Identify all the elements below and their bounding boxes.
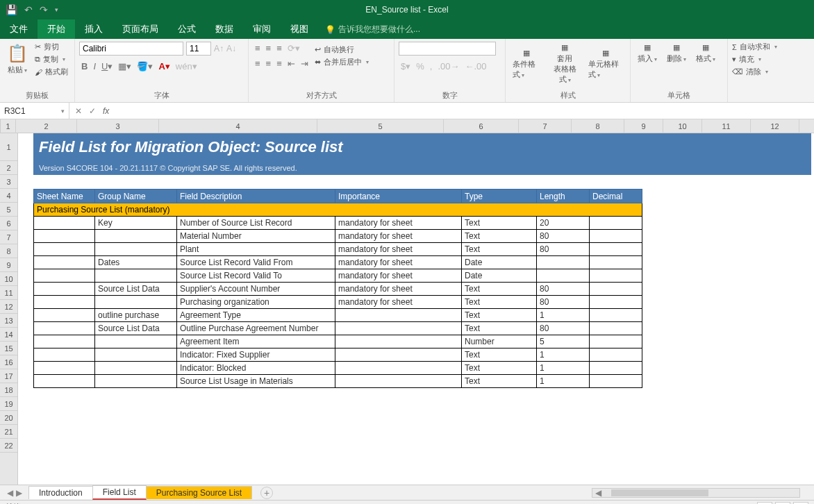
font-name-select[interactable] [79, 42, 183, 56]
table-cell[interactable] [95, 335, 177, 348]
table-cell[interactable]: Source List Usage in Materials [177, 375, 335, 388]
tab-home[interactable]: 开始 [38, 19, 75, 39]
decrease-decimal-icon[interactable]: ←.00 [463, 60, 489, 73]
table-cell[interactable]: mandatory for sheet [335, 283, 462, 296]
col-header[interactable]: 10 [663, 119, 702, 133]
format-painter-button[interactable]: 🖌格式刷 [35, 67, 68, 77]
col-header[interactable]: 9 [624, 119, 663, 133]
undo-icon[interactable]: ↶ [24, 4, 33, 15]
italic-button[interactable]: I [91, 60, 98, 73]
increase-font-icon[interactable]: A↑ [214, 44, 224, 53]
table-cell[interactable]: Dates [95, 256, 177, 269]
clear-button[interactable]: ⌫清除 [732, 67, 800, 77]
table-cell[interactable] [34, 230, 95, 243]
table-cell[interactable]: Text [462, 283, 537, 296]
tab-data[interactable]: 数据 [206, 19, 243, 39]
table-cell[interactable]: Plant [177, 243, 335, 256]
tell-me-search[interactable]: 💡 告诉我您想要做什么... [318, 20, 427, 39]
row-header[interactable]: 3 [0, 175, 17, 189]
font-size-select[interactable] [186, 42, 211, 56]
table-cell[interactable] [34, 256, 95, 269]
row-header[interactable]: 2 [0, 161, 17, 175]
col-header[interactable]: 3 [77, 119, 159, 133]
table-cell[interactable]: mandatory for sheet [335, 243, 462, 256]
table-cell[interactable]: Agreement Item [177, 335, 335, 348]
table-cell[interactable]: Material Number [177, 230, 335, 243]
table-cell[interactable] [34, 283, 95, 296]
col-header[interactable]: 7 [519, 119, 572, 133]
table-cell[interactable] [590, 283, 642, 296]
table-cell[interactable]: Text [462, 348, 537, 362]
font-color-button[interactable]: A▾ [156, 60, 172, 73]
col-header[interactable]: 6 [444, 119, 519, 133]
align-top-icon[interactable]: ≡ [253, 42, 263, 55]
table-cell[interactable]: Key [95, 217, 177, 230]
table-cell[interactable] [34, 309, 95, 322]
conditional-format-button[interactable]: ▦条件格式 [510, 47, 544, 81]
table-cell[interactable]: outline purchase [95, 309, 177, 322]
table-cell[interactable]: Source List Data [95, 283, 177, 296]
col-header[interactable]: 5 [317, 119, 444, 133]
table-cell[interactable]: mandatory for sheet [335, 296, 462, 309]
paste-button[interactable]: 📋 粘贴 [4, 42, 31, 76]
col-header[interactable]: 8 [572, 119, 624, 133]
table-cell[interactable] [590, 217, 642, 230]
tab-formulas[interactable]: 公式 [168, 19, 206, 39]
autosum-button[interactable]: Σ自动求和 [732, 42, 800, 52]
align-middle-icon[interactable]: ≡ [264, 42, 274, 55]
table-cell[interactable]: Number of Source List Record [177, 217, 335, 230]
table-cell[interactable] [34, 362, 95, 375]
table-cell[interactable] [590, 348, 642, 362]
row-header[interactable]: 6 [0, 217, 17, 230]
table-cell[interactable]: mandatory for sheet [335, 217, 462, 230]
phonetic-button[interactable]: wén▾ [174, 60, 199, 73]
table-cell[interactable]: 1 [537, 348, 590, 362]
percent-icon[interactable]: % [414, 60, 426, 73]
row-header[interactable]: 16 [0, 355, 17, 369]
table-cell[interactable] [335, 375, 462, 388]
table-cell[interactable] [95, 243, 177, 256]
normal-view-button[interactable]: ▦ [757, 502, 772, 505]
add-sheet-button[interactable]: + [260, 487, 273, 499]
indent-increase-icon[interactable]: ⇥ [299, 57, 310, 70]
table-cell[interactable] [95, 296, 177, 309]
table-cell[interactable] [590, 243, 642, 256]
table-cell[interactable] [34, 335, 95, 348]
table-cell[interactable] [537, 256, 590, 269]
table-cell[interactable]: Text [462, 296, 537, 309]
increase-decimal-icon[interactable]: .00→ [435, 60, 461, 73]
fx-icon[interactable]: fx [103, 106, 109, 116]
col-header[interactable]: 12 [751, 119, 799, 133]
row-header[interactable]: 13 [0, 314, 17, 328]
table-cell[interactable]: 80 [537, 283, 590, 296]
table-cell[interactable]: Text [462, 375, 537, 388]
table-cell[interactable]: 80 [537, 322, 590, 335]
row-header[interactable]: 4 [0, 189, 17, 203]
formula-input[interactable] [115, 103, 814, 119]
table-cell[interactable]: 80 [537, 243, 590, 256]
table-cell[interactable]: mandatory for sheet [335, 256, 462, 269]
table-cell[interactable]: Text [462, 309, 537, 322]
table-cell[interactable] [34, 348, 95, 362]
row-header[interactable]: 17 [0, 369, 17, 383]
align-bottom-icon[interactable]: ≡ [274, 42, 284, 55]
table-cell[interactable] [95, 348, 177, 362]
row-header[interactable]: 12 [0, 300, 17, 314]
table-cell[interactable] [95, 362, 177, 375]
tab-review[interactable]: 审阅 [243, 19, 281, 39]
col-header[interactable]: 2 [16, 119, 77, 133]
align-left-icon[interactable]: ≡ [253, 57, 263, 70]
cell-styles-button[interactable]: ▦单元格样式 [585, 47, 626, 81]
table-cell[interactable]: 1 [537, 309, 590, 322]
tab-page-layout[interactable]: 页面布局 [113, 19, 168, 39]
table-cell[interactable]: Text [462, 230, 537, 243]
table-cell[interactable] [590, 230, 642, 243]
table-cell[interactable] [95, 375, 177, 388]
table-cell[interactable] [95, 269, 177, 283]
row-header[interactable]: 10 [0, 272, 17, 286]
tab-view[interactable]: 视图 [281, 19, 318, 39]
table-cell[interactable] [537, 269, 590, 283]
number-format-select[interactable] [399, 42, 496, 56]
indent-decrease-icon[interactable]: ⇤ [285, 57, 297, 70]
table-cell[interactable]: Purchasing organization [177, 296, 335, 309]
